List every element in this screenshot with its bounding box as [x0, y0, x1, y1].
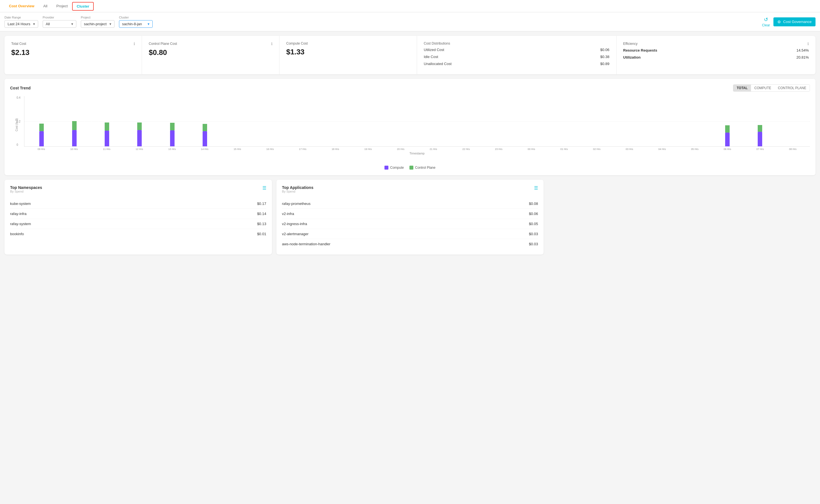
x-axis-label: 06 Hrs: [711, 148, 743, 151]
dist-idle-label: Idle Cost: [424, 55, 438, 59]
eff-utilization: Utilization 20.81%: [623, 55, 809, 59]
x-axis-label: 07 Hrs: [744, 148, 776, 151]
tab-cost-overview[interactable]: Cost Overview: [4, 1, 39, 12]
app-name-4: aws-node-termination-handler: [282, 242, 331, 246]
bar-segment-control-plane: [758, 125, 762, 132]
dist-unallocated-value: $0.89: [600, 62, 609, 66]
bottom-row: Top Namespaces By Spend ☰ kube-system $0…: [4, 180, 816, 255]
app-row-1: v2-infra $0.06: [282, 209, 538, 219]
x-axis-label: 15 Hrs: [222, 148, 254, 151]
top-applications-panel: Top Applications By Spend ☰ rafay-promet…: [277, 180, 544, 255]
eff-resource-requests-label: Resource Requests: [623, 48, 657, 52]
applications-header: Top Applications By Spend ☰: [282, 185, 538, 198]
project-select[interactable]: sachin-project ▾: [81, 20, 114, 28]
namespace-name-0: kube-system: [10, 202, 31, 206]
tab-all[interactable]: All: [39, 1, 52, 12]
tab-compute[interactable]: COMPUTE: [751, 85, 775, 91]
app-value-4: $0.03: [529, 242, 538, 246]
chart-wrapper: Cost (In $) 0.4 0.2 0 09 Hrs10 Hrs11 Hrs…: [10, 96, 810, 163]
bar-group: [156, 96, 188, 146]
namespace-value-1: $0.14: [257, 212, 266, 216]
bar-segment-compute: [39, 131, 44, 146]
app-name-2: v2-ingress-infra: [282, 222, 307, 226]
clear-button[interactable]: ↺ Clear: [762, 17, 770, 27]
bar-segment-control-plane: [170, 123, 174, 130]
control-plane-cost-card: Control Plane Cost ℹ $0.80: [142, 36, 280, 74]
bar-stack: [39, 124, 44, 146]
namespace-name-1: rafay-infra: [10, 212, 27, 216]
trend-tabs: TOTAL COMPUTE CONTROL PLANE: [733, 84, 810, 92]
bar-group: [58, 96, 90, 146]
tab-control-plane[interactable]: CONTROL PLANE: [775, 85, 810, 91]
app-value-3: $0.03: [529, 232, 538, 236]
x-axis-label: 18 Hrs: [319, 148, 351, 151]
dist-idle: Idle Cost $0.38: [424, 55, 609, 59]
x-axis-label: 20 Hrs: [385, 148, 417, 151]
cost-dist-title: Cost Distributions: [424, 41, 609, 45]
control-plane-title: Control Plane Cost: [149, 42, 177, 46]
applications-icon[interactable]: ☰: [534, 185, 538, 191]
bar-group: [515, 96, 547, 146]
top-namespaces-panel: Top Namespaces By Spend ☰ kube-system $0…: [4, 180, 272, 255]
namespaces-icon[interactable]: ☰: [263, 185, 266, 191]
efficiency-info-icon[interactable]: ℹ: [807, 41, 809, 46]
trend-title: Cost Trend: [10, 86, 31, 90]
trend-header: Cost Trend TOTAL COMPUTE CONTROL PLANE: [10, 84, 810, 92]
chart-legend: Compute Control Plane: [10, 166, 810, 170]
bar-stack: [170, 123, 174, 146]
x-axis-label: 02 Hrs: [580, 148, 612, 151]
filters-right: ↺ Clear ⚙ Cost Governance: [762, 17, 816, 27]
gear-icon: ⚙: [777, 20, 781, 24]
legend-compute: Compute: [384, 166, 404, 170]
dist-unallocated-label: Unallocated Cost: [424, 62, 451, 66]
eff-resource-requests-value: 14.54%: [796, 48, 809, 52]
governance-button[interactable]: ⚙ Cost Governance: [773, 17, 816, 26]
x-axis-label: 00 Hrs: [515, 148, 547, 151]
app-value-1: $0.06: [529, 212, 538, 216]
cluster-select[interactable]: sachin-8-jan ▾: [119, 20, 153, 28]
namespace-name-3: bookinfo: [10, 232, 24, 236]
provider-select[interactable]: All ▾: [43, 20, 76, 28]
legend-compute-color: [384, 166, 388, 170]
bar-segment-control-plane: [39, 124, 44, 131]
top-nav: Cost Overview All Project Cluster: [0, 0, 820, 12]
bar-segment-compute: [170, 130, 174, 146]
bar-stack: [202, 124, 207, 146]
namespace-row-1: rafay-infra $0.14: [10, 209, 266, 219]
tab-cluster[interactable]: Cluster: [72, 2, 94, 11]
bar-group: [711, 96, 743, 146]
tab-project[interactable]: Project: [52, 1, 72, 12]
cluster-filter: Cluster sachin-8-jan ▾: [119, 16, 153, 28]
x-axis-label: 03 Hrs: [613, 148, 646, 151]
y-tick-02: 0.2: [17, 120, 20, 123]
clear-icon: ↺: [764, 17, 768, 23]
total-cost-info-icon[interactable]: ℹ: [133, 41, 135, 46]
bar-segment-control-plane: [137, 122, 142, 130]
cluster-value: sachin-8-jan: [122, 22, 142, 26]
bar-group: [580, 96, 612, 146]
bar-group: [777, 96, 809, 146]
app-row-4: aws-node-termination-handler $0.03: [282, 239, 538, 249]
applications-subtitle: By Spend: [282, 190, 314, 193]
date-range-select[interactable]: Last 24 Hours ▾: [4, 20, 38, 28]
cost-trend-section: Cost Trend TOTAL COMPUTE CONTROL PLANE C…: [4, 79, 816, 175]
x-axis-label: 13 Hrs: [156, 148, 188, 151]
compute-cost-value: $1.33: [286, 48, 410, 56]
namespaces-title: Top Namespaces: [10, 185, 42, 190]
applications-title: Top Applications: [282, 185, 314, 190]
namespace-row-3: bookinfo $0.01: [10, 229, 266, 239]
chart-area: 0.4 0.2 0: [24, 96, 810, 147]
x-axis-label: 08 Hrs: [777, 148, 809, 151]
x-axis-labels: 09 Hrs10 Hrs11 Hrs12 Hrs13 Hrs14 Hrs15 H…: [24, 147, 810, 151]
provider-chevron: ▾: [71, 22, 73, 26]
project-label: Project: [81, 16, 114, 19]
x-axis-label: 17 Hrs: [287, 148, 319, 151]
control-plane-info-icon[interactable]: ℹ: [271, 41, 273, 46]
metrics-row: Total Cost ℹ $2.13 Control Plane Cost ℹ …: [4, 36, 816, 74]
bar-segment-control-plane: [105, 122, 109, 131]
namespaces-header: Top Namespaces By Spend ☰: [10, 185, 266, 198]
tab-total[interactable]: TOTAL: [733, 85, 751, 91]
bar-segment-compute: [105, 131, 109, 146]
date-range-value: Last 24 Hours: [8, 22, 30, 26]
cost-distributions-card: Cost Distributions Utilized Cost $0.06 I…: [417, 36, 617, 74]
